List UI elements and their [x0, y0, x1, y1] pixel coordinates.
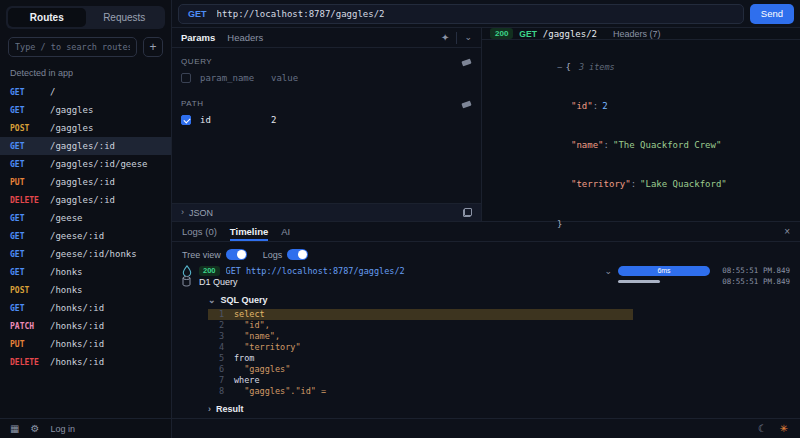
timeline-db-row[interactable]: D1 Query 08:55:51 PM.849	[172, 276, 800, 287]
route-path-label: /gaggles/:id/geese	[50, 159, 148, 169]
route-path-label: /honks	[50, 267, 83, 277]
duration-bar	[618, 280, 660, 283]
logo-icon[interactable]: ✳	[780, 423, 788, 434]
request-method-select[interactable]: GET	[188, 9, 207, 19]
route-method-label: PUT	[10, 340, 44, 349]
route-method-label: DELETE	[10, 358, 44, 367]
route-item[interactable]: GET/gaggles/:id/geese	[0, 155, 171, 173]
route-method-label: POST	[10, 124, 44, 133]
json-root-line: −{3 items	[492, 48, 790, 87]
tab-timeline[interactable]: Timeline	[230, 222, 268, 241]
query-param-value-input[interactable]	[271, 73, 333, 83]
close-icon[interactable]: ×	[784, 226, 790, 237]
route-path-label: /geese/:id/honks	[50, 249, 137, 259]
response-method-label: GET	[519, 29, 536, 39]
clear-query-icon[interactable]	[462, 58, 472, 66]
route-path-label: /honks	[50, 285, 83, 295]
route-item[interactable]: PUT/honks/:id	[0, 335, 171, 353]
logs-toggle[interactable]	[287, 249, 308, 260]
path-section-header: PATH	[181, 99, 472, 108]
grid-icon[interactable]: ▦	[10, 423, 19, 434]
tab-logs[interactable]: Logs (0)	[182, 222, 217, 241]
moon-icon[interactable]: ☾	[758, 423, 767, 434]
result-label: Result	[216, 404, 244, 414]
code-text: "territory"	[234, 342, 301, 353]
tab-params[interactable]: Params	[181, 32, 215, 43]
path-param-key-input[interactable]	[200, 115, 262, 125]
chevron-right-icon: ›	[181, 208, 184, 217]
route-method-label: GET	[10, 268, 44, 277]
open-brace: {	[565, 62, 570, 72]
tab-ai[interactable]: AI	[281, 222, 290, 241]
database-icon	[182, 276, 193, 287]
sql-code-line: 3 "name",	[208, 331, 633, 342]
magic-wand-icon[interactable]: ✦	[441, 32, 449, 43]
line-number: 7	[212, 375, 224, 386]
query-param-row	[181, 69, 472, 87]
route-path-label: /gaggles/:id	[50, 177, 115, 187]
timeline-request-row[interactable]: 200 GET http://localhost:8787/gaggles/2 …	[172, 265, 800, 276]
sql-code-line: 8 "gaggles"."id" =	[208, 386, 633, 397]
timeline-toggles: Tree view Logs	[172, 242, 800, 265]
query-param-key-input[interactable]	[200, 73, 262, 83]
tab-response-headers[interactable]: Headers (7)	[613, 29, 661, 39]
login-button[interactable]: Log in	[50, 424, 75, 434]
sql-query-section-header[interactable]: ⌄ SQL Query	[208, 295, 800, 305]
tab-headers[interactable]: Headers	[227, 32, 263, 43]
add-route-button[interactable]: +	[143, 37, 163, 57]
duration-bar: 6ms	[618, 266, 710, 276]
route-item[interactable]: GET/honks	[0, 263, 171, 281]
route-method-label: PUT	[10, 178, 44, 187]
json-value: "The Quackford Crew"	[613, 140, 721, 150]
path-param-checkbox[interactable]	[181, 115, 191, 125]
json-collapse-bar[interactable]: › JSON	[172, 203, 481, 221]
gear-icon[interactable]: ⚙	[30, 423, 39, 434]
result-section-header[interactable]: › Result	[208, 404, 800, 414]
route-item[interactable]: GET/	[0, 83, 171, 101]
line-number: 3	[212, 331, 224, 342]
json-key: "territory"	[571, 179, 636, 189]
items-count-hint: 3 items	[579, 62, 615, 72]
route-item[interactable]: GET/geese	[0, 209, 171, 227]
json-field-row: "name""The Quackford Crew"	[492, 126, 790, 165]
route-item[interactable]: POST/honks	[0, 281, 171, 299]
route-path-label: /honks/:id	[50, 303, 104, 313]
tab-requests[interactable]: Requests	[86, 8, 164, 27]
chevron-down-icon[interactable]: ⌄	[464, 33, 472, 42]
code-text: "id",	[234, 320, 270, 331]
route-item[interactable]: PUT/gaggles/:id	[0, 173, 171, 191]
path-param-value-input[interactable]	[271, 115, 333, 125]
params-body: QUERY PATH	[172, 48, 481, 203]
query-param-checkbox[interactable]	[181, 73, 191, 83]
route-item[interactable]: GET/gaggles/:id	[0, 137, 171, 155]
route-item[interactable]: POST/gaggles	[0, 119, 171, 137]
route-method-label: GET	[10, 106, 44, 115]
route-item[interactable]: DELETE/gaggles/:id	[0, 191, 171, 209]
copy-icon[interactable]	[463, 208, 472, 217]
route-method-label: POST	[10, 286, 44, 295]
collapse-icon[interactable]: −	[557, 62, 562, 72]
send-button[interactable]: Send	[750, 4, 794, 24]
route-search-input[interactable]	[8, 37, 137, 57]
clear-path-icon[interactable]	[462, 100, 472, 108]
tree-view-toggle[interactable]	[226, 249, 247, 260]
route-path-label: /geese	[50, 213, 83, 223]
route-item[interactable]: GET/geese/:id	[0, 227, 171, 245]
route-path-label: /	[50, 87, 55, 97]
url-input[interactable]	[217, 9, 734, 19]
db-query-label: D1 Query	[199, 277, 612, 287]
tab-routes[interactable]: Routes	[8, 8, 86, 27]
sql-code-line: 6 "gaggles"	[208, 364, 633, 375]
json-key: "name"	[571, 140, 609, 150]
chevron-down-icon[interactable]: ⌄	[604, 266, 612, 276]
response-path-label: /gaggles/2	[543, 29, 597, 39]
route-item[interactable]: GET/honks/:id	[0, 299, 171, 317]
response-panel: 200 GET /gaggles/2 Headers (7) −{3 items…	[482, 28, 800, 221]
route-item[interactable]: PATCH/honks/:id	[0, 317, 171, 335]
route-item[interactable]: DELETE/honks/:id	[0, 353, 171, 371]
request-link[interactable]: GET http://localhost:8787/gaggles/2	[226, 266, 599, 276]
route-item[interactable]: GET/gaggles	[0, 101, 171, 119]
route-method-label: GET	[10, 232, 44, 241]
route-item[interactable]: GET/geese/:id/honks	[0, 245, 171, 263]
response-json-body: −{3 items "id"2 "name""The Quackford Cre…	[482, 40, 800, 252]
